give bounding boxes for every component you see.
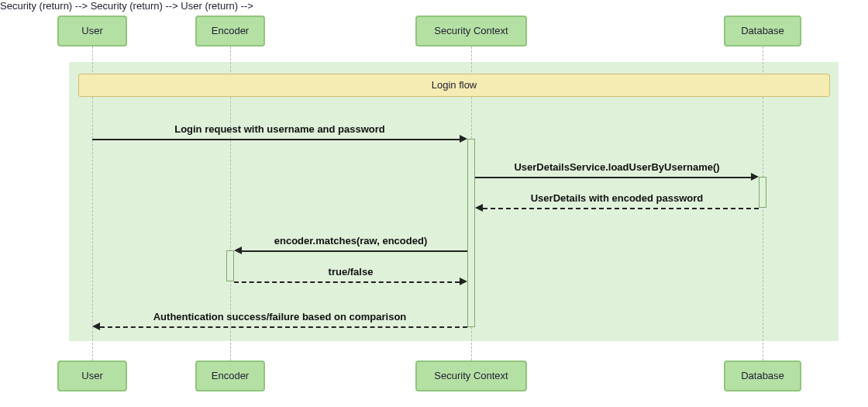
msg-encoder-matches: encoder.matches(raw, encoded) [234,234,467,250]
sequence-diagram: User Encoder Security Context Database U… [0,0,868,407]
msg-auth-result: Authentication success/failure based on … [92,310,467,326]
actor-database-top: Database [724,16,801,47]
arrowhead-m4 [234,247,242,254]
arrow-m6 [100,326,467,328]
arrowhead-m6 [92,322,100,330]
actor-encoder-top: Encoder [195,16,265,47]
actor-user-top: User [57,16,127,47]
actor-security-top: Security Context [415,16,527,47]
arrowhead-m3 [475,204,483,212]
activation-encoder [226,250,234,281]
actor-security-bottom: Security Context [415,360,527,391]
actor-database-bottom: Database [724,360,801,391]
arrowhead-m5 [460,278,467,285]
arrow-m4 [242,250,467,252]
msg-userdetails-return: UserDetails with encoded password [475,191,759,207]
activation-security [467,139,475,327]
activation-database [759,177,766,208]
arrowhead-m1 [460,135,467,143]
note-login-flow: Login flow [78,74,830,97]
msg-truefalse: true/false [234,265,467,281]
msg-load-user: UserDetailsService.loadUserByUsername() [475,160,759,176]
arrow-m5 [234,281,460,283]
arrow-m2 [475,177,751,178]
arrow-m3 [483,208,759,209]
arrow-m1 [92,139,460,140]
msg-login-request: Login request with username and password [92,122,467,138]
actor-user-bottom: User [57,360,127,391]
arrowhead-m2 [751,173,759,181]
actor-encoder-bottom: Encoder [195,360,265,391]
